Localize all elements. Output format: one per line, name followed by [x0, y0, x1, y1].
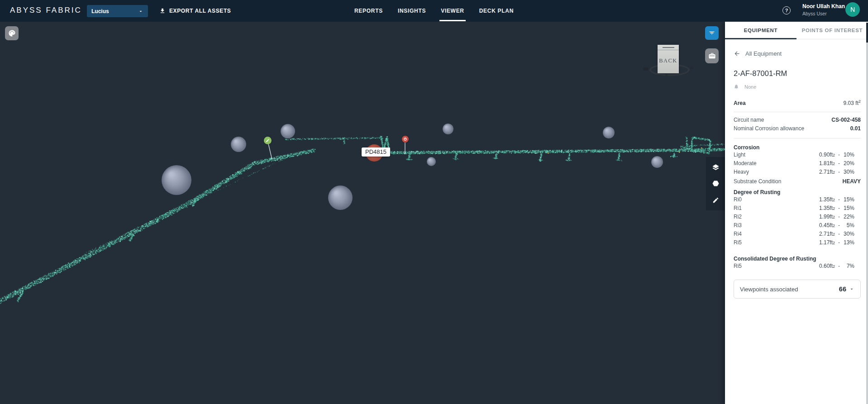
- tab-reports[interactable]: REPORTS: [353, 0, 384, 22]
- panel-tabs: EQUIPMENT POINTS OF INTEREST: [725, 22, 868, 39]
- row-value: 1.17ft2-13%: [819, 239, 854, 246]
- row-value: 1.35ft2-15%: [819, 196, 854, 203]
- palette-icon: [8, 29, 16, 37]
- hexagon-button[interactable]: [706, 176, 725, 192]
- ring-mark-left: [643, 67, 648, 71]
- row-label: Light: [734, 152, 745, 158]
- equipment-tag-label[interactable]: PD4815: [362, 147, 390, 157]
- user-name: Noor Ullah Khan: [802, 3, 845, 10]
- rusting-row: Ri2 1.99ft2-22%: [734, 214, 861, 222]
- alarm-status: None: [744, 84, 756, 90]
- circuit-name-row: Circuit name CS-002-458: [734, 117, 861, 125]
- toolbox-button[interactable]: [705, 48, 719, 63]
- corrosion-row: Moderate 1.81ft2-20%: [734, 160, 861, 169]
- abyss-fabric-app: { "topbar": { "logo": "ABYSS FABRIC", "s…: [0, 0, 868, 404]
- row-value: 1.99ft2-22%: [819, 214, 854, 220]
- panel-scrollbar[interactable]: [866, 23, 868, 404]
- layers-icon: [712, 163, 720, 171]
- consolidated-rusting-header: Consolidated Degree of Rusting: [734, 254, 861, 263]
- row-label: Ri1: [734, 205, 742, 211]
- row-label: Moderate: [734, 160, 757, 166]
- corrosion-row: Heavy 2.71ft2-30%: [734, 169, 861, 177]
- tab-deck-plan[interactable]: DECK PLAN: [478, 0, 515, 22]
- alarm-status-row: None: [734, 84, 861, 90]
- user-info: Noor Ullah Khan Abyss User: [802, 3, 845, 17]
- tab-equipment[interactable]: EQUIPMENT: [725, 22, 796, 39]
- all-equipment-back-link[interactable]: All Equipment: [734, 50, 782, 57]
- avatar[interactable]: N: [845, 2, 860, 17]
- row-label: Ri5: [734, 239, 742, 246]
- target-icon: [403, 137, 407, 141]
- corrosion-row: Light 0.90ft2-10%: [734, 152, 861, 160]
- main-nav: REPORTS INSIGHTS VIEWER DECK PLAN: [0, 0, 868, 22]
- area-value: 9.03 ft2: [844, 99, 861, 106]
- rusting-row: Ri4 2.71ft2-30%: [734, 231, 861, 239]
- sign-text: BACK: [658, 57, 679, 64]
- corrosion-rows: Light 0.90ft2-10% Moderate 1.81ft2-20% H…: [734, 152, 861, 177]
- row-value: 2.71ft2-30%: [819, 169, 854, 175]
- ring-mark-bottom: ≈: [665, 72, 668, 77]
- chevron-down-icon: [849, 286, 854, 292]
- row-value: 0.45ft2-5%: [819, 222, 854, 228]
- help-icon[interactable]: ?: [782, 6, 791, 14]
- color-palette-button[interactable]: [5, 26, 19, 40]
- back-arrow-icon: [734, 50, 740, 57]
- sign-top-strip: [658, 45, 679, 50]
- tab-viewer[interactable]: VIEWER: [439, 0, 466, 22]
- corrosion-header: Corrosion: [734, 143, 861, 152]
- rusting-rows: Ri0 1.35ft2-15% Ri1 1.35ft2-15% Ri2 1.99…: [734, 196, 861, 248]
- rusting-row: Ri5 1.17ft2-13%: [734, 239, 861, 248]
- back-sign: BACK: [658, 45, 679, 73]
- row-label: Ri3: [734, 222, 742, 228]
- row-label: Ri2: [734, 214, 742, 220]
- row-value: 1.81ft2-20%: [819, 160, 854, 166]
- row-value: 0.90ft2-10%: [819, 152, 854, 158]
- tab-insights[interactable]: INSIGHTS: [396, 0, 427, 22]
- top-bar: ABYSS FABRIC Lucius EXPORT ALL ASSETS RE…: [0, 0, 868, 22]
- hexagon-icon: [712, 180, 720, 187]
- pencil-icon: [712, 197, 719, 204]
- viewpoints-dropdown[interactable]: Viewpoints associated 66: [734, 280, 861, 299]
- tab-points-of-interest[interactable]: POINTS OF INTEREST: [796, 22, 868, 39]
- ring-mark-right: ≈: [690, 65, 693, 71]
- row-label: Heavy: [734, 169, 749, 175]
- row-label: Ri4: [734, 231, 742, 237]
- green-annotation-pin[interactable]: [264, 137, 272, 144]
- row-label: Ri0: [734, 196, 742, 203]
- rusting-header: Degree of Rusting: [734, 188, 861, 196]
- details-panel: EQUIPMENT POINTS OF INTEREST All Equipme…: [725, 22, 868, 404]
- filter-icon: [708, 29, 715, 37]
- rusting-row: Ri0 1.35ft2-15%: [734, 196, 861, 205]
- row-value: 0.60ft2-7%: [819, 263, 854, 269]
- row-value: 1.35ft2-15%: [819, 205, 854, 211]
- user-role: Abyss User: [802, 11, 845, 17]
- rusting-row: Ri3 0.45ft2-5%: [734, 222, 861, 231]
- row-value: 2.71ft2-30%: [819, 231, 854, 237]
- pencil-icon: [266, 138, 270, 143]
- scrollbar-thumb[interactable]: [866, 23, 868, 43]
- nominal-corrosion-row: Nominal Corrosion allowance 0.01: [734, 125, 861, 134]
- red-poi-pin[interactable]: [402, 136, 409, 143]
- substrate-condition-row: Substrate Condition HEAVY: [734, 178, 861, 187]
- viewpoints-count: 66: [839, 285, 846, 293]
- briefcase-icon: [708, 52, 716, 60]
- consolidated-rows: Ri5 0.60ft2-7%: [734, 263, 861, 271]
- filter-button[interactable]: [705, 26, 719, 40]
- consolidated-row: Ri5 0.60ft2-7%: [734, 263, 861, 271]
- rusting-row: Ri1 1.35ft2-15%: [734, 205, 861, 214]
- equipment-title: 2-AF-87001-RM: [734, 69, 861, 78]
- row-label: Ri5: [734, 263, 742, 269]
- layers-button[interactable]: [706, 159, 725, 175]
- area-row: Area 9.03 ft2: [734, 99, 861, 108]
- viewer-toolstrip: [706, 157, 725, 210]
- bell-icon: [734, 84, 739, 90]
- annotate-button[interactable]: [706, 192, 725, 209]
